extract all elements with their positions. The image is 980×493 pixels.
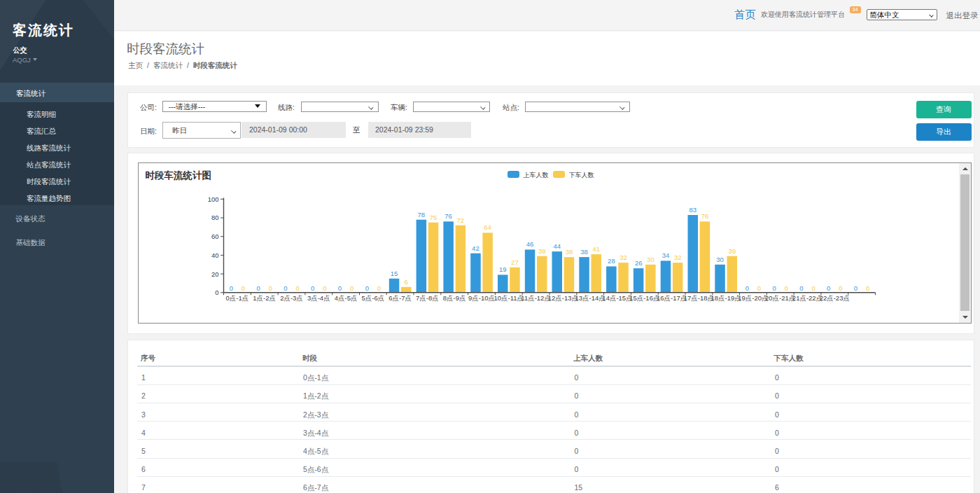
- svg-text:32: 32: [620, 254, 627, 261]
- svg-text:2点-3点: 2点-3点: [280, 294, 303, 302]
- svg-text:39: 39: [728, 247, 736, 255]
- svg-text:0: 0: [230, 284, 233, 292]
- svg-text:46: 46: [526, 240, 534, 248]
- svg-text:26: 26: [635, 259, 643, 267]
- svg-text:9点-10点: 9点-10点: [468, 294, 495, 302]
- svg-text:21点-22点: 21点-22点: [792, 294, 822, 302]
- svg-text:78: 78: [418, 211, 426, 218]
- svg-text:0: 0: [256, 284, 260, 292]
- svg-text:22点-23点: 22点-23点: [820, 294, 850, 302]
- svg-text:75: 75: [430, 214, 438, 221]
- svg-text:5点-6点: 5点-6点: [362, 294, 385, 302]
- svg-text:0: 0: [323, 284, 326, 292]
- svg-text:15点-16点: 15点-16点: [629, 294, 659, 302]
- svg-text:0: 0: [854, 284, 858, 292]
- svg-text:13点-14点: 13点-14点: [575, 294, 606, 302]
- svg-text:39: 39: [538, 247, 546, 255]
- svg-text:6点-7点: 6点-7点: [388, 294, 412, 302]
- svg-text:3点-4点: 3点-4点: [307, 294, 330, 302]
- svg-text:76: 76: [701, 212, 709, 220]
- svg-text:40: 40: [211, 251, 219, 259]
- svg-text:0: 0: [269, 284, 272, 292]
- svg-text:60: 60: [211, 232, 219, 240]
- svg-text:0: 0: [365, 284, 369, 292]
- svg-text:38: 38: [566, 248, 573, 256]
- svg-text:0: 0: [827, 284, 830, 292]
- svg-text:0: 0: [811, 284, 815, 292]
- svg-text:0: 0: [350, 284, 354, 292]
- svg-text:64: 64: [484, 223, 491, 231]
- svg-text:34: 34: [662, 251, 670, 259]
- svg-text:0点-1点: 0点-1点: [226, 294, 249, 302]
- svg-text:10点-11点: 10点-11点: [494, 294, 524, 302]
- svg-text:15: 15: [391, 270, 398, 277]
- svg-text:4点-5点: 4点-5点: [335, 294, 358, 302]
- svg-text:20: 20: [211, 270, 219, 278]
- svg-text:8点-9点: 8点-9点: [443, 294, 466, 302]
- svg-text:0: 0: [799, 284, 803, 292]
- svg-text:0: 0: [757, 284, 761, 292]
- svg-text:72: 72: [457, 216, 465, 224]
- svg-text:11点-12点: 11点-12点: [521, 294, 551, 302]
- svg-text:80: 80: [211, 214, 219, 221]
- svg-text:0: 0: [215, 289, 218, 296]
- svg-text:32: 32: [674, 254, 682, 261]
- svg-text:0: 0: [311, 284, 314, 292]
- svg-text:100: 100: [208, 195, 219, 203]
- svg-text:20点-21点: 20点-21点: [765, 294, 795, 302]
- svg-text:27: 27: [511, 258, 519, 266]
- svg-text:14点-15点: 14点-15点: [602, 294, 632, 302]
- svg-text:0: 0: [772, 284, 776, 292]
- svg-text:19点-20点: 19点-20点: [738, 294, 768, 302]
- svg-text:6: 6: [405, 278, 408, 286]
- svg-text:1点-2点: 1点-2点: [253, 294, 276, 302]
- svg-text:44: 44: [554, 242, 561, 250]
- svg-text:7点-8点: 7点-8点: [416, 294, 439, 302]
- svg-text:30: 30: [647, 256, 654, 263]
- svg-text:28: 28: [608, 257, 615, 265]
- svg-text:83: 83: [690, 206, 697, 214]
- svg-text:41: 41: [593, 245, 601, 253]
- svg-text:76: 76: [444, 212, 452, 220]
- svg-text:16点-17点: 16点-17点: [657, 294, 687, 302]
- svg-text:30: 30: [716, 256, 724, 263]
- svg-text:0: 0: [746, 284, 749, 292]
- svg-text:0: 0: [785, 284, 788, 292]
- svg-text:0: 0: [839, 284, 842, 292]
- svg-text:42: 42: [472, 244, 479, 252]
- svg-text:0: 0: [338, 284, 342, 292]
- svg-text:18点-19点: 18点-19点: [710, 294, 741, 302]
- svg-text:19: 19: [499, 265, 507, 273]
- svg-text:0: 0: [284, 284, 287, 292]
- svg-text:0: 0: [241, 284, 245, 292]
- svg-text:0: 0: [295, 284, 299, 292]
- svg-text:12点-13点: 12点-13点: [548, 294, 578, 302]
- svg-text:0: 0: [377, 284, 381, 292]
- svg-text:0: 0: [866, 284, 869, 292]
- svg-text:38: 38: [580, 248, 588, 256]
- svg-text:17点-18点: 17点-18点: [684, 294, 714, 302]
